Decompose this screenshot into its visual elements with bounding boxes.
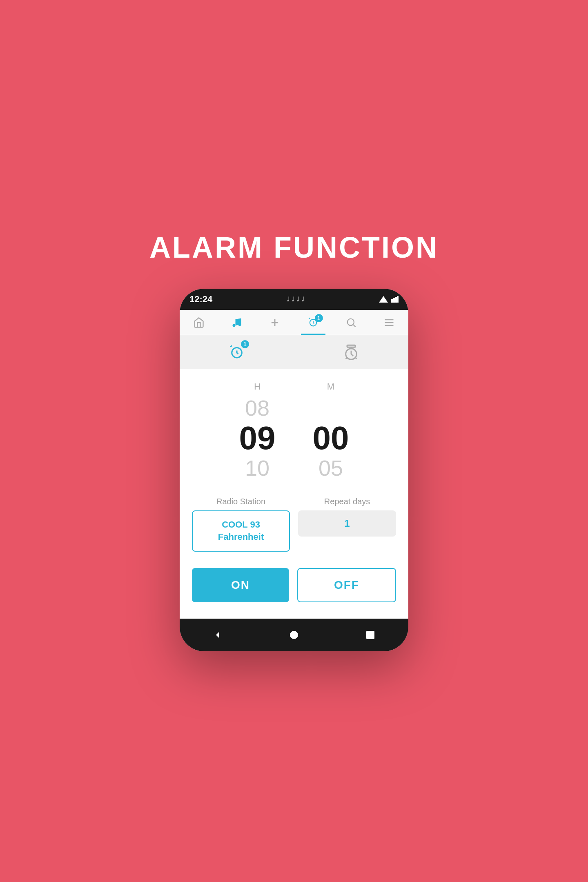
sub-tab-alarm[interactable]: 1 [180, 335, 294, 369]
bottom-nav [180, 619, 408, 651]
time-picker: H 08 09 10 M 00 00 05 [192, 381, 396, 481]
svg-line-10 [309, 318, 310, 318]
svg-point-12 [347, 319, 354, 325]
repeat-days-button[interactable]: 1 [298, 510, 396, 537]
nav-item-add[interactable] [263, 317, 287, 334]
svg-point-6 [238, 323, 241, 326]
svg-marker-0 [379, 296, 388, 303]
svg-marker-24 [216, 632, 219, 638]
minutes-next[interactable]: 05 [318, 456, 343, 480]
svg-line-23 [355, 357, 356, 359]
off-button[interactable]: OFF [297, 568, 396, 602]
svg-point-25 [290, 631, 298, 639]
hours-label: H [254, 381, 261, 392]
svg-rect-20 [347, 345, 355, 347]
hours-next[interactable]: 10 [245, 456, 270, 480]
svg-rect-26 [366, 631, 374, 639]
svg-line-13 [353, 325, 355, 327]
radio-station-label: Radio Station [216, 497, 265, 506]
hours-column: H 08 09 10 [220, 381, 294, 481]
settings-row: Radio Station COOL 93 Fahrenheit Repeat … [192, 497, 396, 552]
alarm-badge: 1 [315, 314, 323, 322]
sub-tab-timer[interactable] [294, 335, 408, 369]
sub-tab-alarm-badge: 1 [241, 340, 249, 348]
svg-line-18 [230, 345, 232, 347]
action-buttons: ON OFF [192, 568, 396, 602]
nav-bar: 1 [180, 310, 408, 335]
recent-button[interactable] [362, 627, 379, 643]
nav-item-menu[interactable] [377, 317, 401, 334]
minutes-label: M [327, 381, 334, 392]
phone-shell: 12:24 ♩ ♩ ♩ ♩ [180, 289, 408, 651]
main-content: H 08 09 10 M 00 00 05 Radio Station COOL… [180, 369, 408, 619]
svg-rect-3 [395, 297, 397, 303]
status-bar: 12:24 ♩ ♩ ♩ ♩ [180, 289, 408, 310]
minutes-column: M 00 00 05 [294, 381, 368, 481]
radio-station-text: COOL 93 Fahrenheit [199, 519, 283, 544]
hours-current[interactable]: 09 [239, 420, 276, 456]
svg-rect-1 [391, 299, 393, 303]
status-signal-icons [379, 296, 399, 303]
repeat-days-value: 1 [344, 518, 350, 529]
radio-station-col: Radio Station COOL 93 Fahrenheit [192, 497, 290, 552]
repeat-days-label: Repeat days [324, 497, 370, 506]
svg-point-5 [232, 324, 235, 327]
nav-item-music[interactable] [225, 317, 249, 334]
status-time: 12:24 [189, 294, 212, 305]
repeat-days-col: Repeat days 1 [298, 497, 396, 537]
nav-item-home[interactable] [187, 317, 211, 334]
status-music-icons: ♩ ♩ ♩ ♩ [287, 295, 305, 303]
svg-rect-4 [397, 296, 399, 303]
sub-tabs: 1 [180, 335, 408, 369]
svg-rect-2 [393, 298, 395, 303]
svg-line-22 [346, 357, 347, 359]
on-button[interactable]: ON [192, 568, 289, 602]
minutes-current[interactable]: 00 [313, 420, 349, 456]
radio-station-button[interactable]: COOL 93 Fahrenheit [192, 510, 290, 552]
page-title: ALARM FUNCTION [149, 231, 439, 264]
nav-item-alarm[interactable]: 1 [301, 316, 325, 335]
home-button[interactable] [286, 627, 302, 643]
back-button[interactable] [209, 627, 226, 643]
hours-prev[interactable]: 08 [245, 396, 270, 420]
nav-item-search[interactable] [339, 317, 363, 334]
